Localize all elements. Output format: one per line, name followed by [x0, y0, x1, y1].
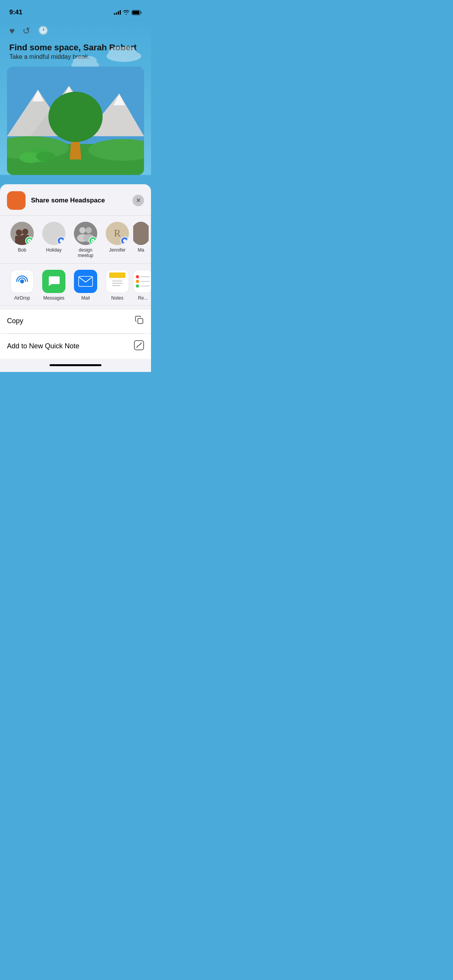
copy-action[interactable]: Copy [0, 309, 151, 334]
contact-design-meetup[interactable]: design meetup [70, 222, 101, 259]
contact-label-ma: Ma [138, 247, 144, 253]
contact-label-design: design meetup [72, 247, 99, 259]
contact-holiday[interactable]: Holiday [38, 222, 70, 259]
actions-section: Copy Add to New Quick Note [0, 309, 151, 359]
airdrop-icon-svg [15, 274, 29, 289]
airdrop-label: AirDrop [14, 295, 30, 301]
cloud-right [105, 43, 143, 62]
copy-icon [135, 315, 144, 327]
clock-icon[interactable]: 🕐 [38, 26, 48, 36]
app-messages[interactable]: Messages [38, 270, 70, 301]
svg-point-32 [79, 227, 86, 233]
contact-ma[interactable]: Ma [133, 222, 149, 259]
contact-label-bob: Bob [18, 247, 26, 253]
quick-note-label: Add to New Quick Note [7, 342, 79, 350]
status-bar: 9:41 [0, 0, 151, 19]
reminders-label: Re... [138, 295, 148, 301]
contact-bob[interactable]: Bob [6, 222, 38, 259]
notes-icon-svg [109, 272, 125, 290]
home-bar [50, 364, 101, 366]
whatsapp-badge-bob [25, 236, 34, 245]
svg-rect-42 [109, 272, 125, 278]
svg-point-33 [86, 227, 92, 233]
app-notes[interactable]: Notes [101, 270, 133, 301]
svg-point-30 [60, 239, 63, 242]
copy-label: Copy [7, 317, 23, 325]
svg-rect-1 [132, 11, 139, 14]
svg-rect-40 [79, 276, 93, 286]
notes-icon [106, 270, 129, 293]
battery-icon [132, 10, 142, 15]
contact-jennifer[interactable]: R Jennifer [101, 222, 133, 259]
mail-label: Mail [81, 295, 90, 301]
svg-rect-46 [138, 319, 143, 324]
notes-label: Notes [111, 295, 123, 301]
apps-row[interactable]: AirDrop Messages Mail [0, 264, 151, 306]
signal-icon [114, 10, 121, 15]
quick-note-action[interactable]: Add to New Quick Note [0, 334, 151, 359]
airdrop-icon [10, 270, 34, 293]
contact-avatar-bob [10, 222, 34, 245]
share-sheet: Share some Headspace ✕ [0, 184, 151, 372]
contact-label-jennifer: Jennifer [109, 247, 126, 253]
app-airdrop[interactable]: AirDrop [6, 270, 38, 301]
home-indicator [0, 359, 151, 372]
contacts-row[interactable]: Bob Holiday [0, 216, 151, 264]
mail-icon [74, 270, 97, 293]
signal-badge-holiday [57, 236, 65, 245]
messages-icon-svg [47, 274, 61, 288]
svg-point-23 [36, 152, 55, 161]
top-actions-bar: ♥ ↺ 🕐 [0, 19, 151, 39]
share-title: Share some Headspace [31, 197, 132, 204]
svg-point-36 [123, 239, 126, 242]
meditation-scene [7, 67, 144, 175]
contact-label-holiday: Holiday [46, 247, 62, 253]
quick-note-icon [134, 340, 144, 353]
signal-badge-jennifer [120, 236, 129, 245]
messages-icon [42, 270, 65, 293]
app-reminders[interactable]: Re... [133, 270, 151, 301]
svg-point-4 [119, 46, 136, 58]
svg-point-7 [83, 56, 97, 66]
status-time: 9:41 [9, 9, 22, 16]
svg-point-39 [21, 280, 23, 283]
ma-avatar-image [133, 222, 149, 245]
contact-avatar-holiday [42, 222, 65, 245]
illustration-card [7, 67, 144, 175]
heart-icon[interactable]: ♥ [9, 26, 15, 36]
reminders-icon [133, 270, 151, 293]
refresh-icon[interactable]: ↺ [22, 26, 30, 36]
whatsapp-badge-design [89, 236, 97, 245]
mail-icon-svg [78, 276, 93, 287]
svg-point-20 [48, 92, 103, 142]
headspace-app-icon [7, 191, 26, 210]
contact-avatar-ma [133, 222, 149, 245]
contact-avatar-jennifer: R [106, 222, 129, 245]
contact-avatar-design [74, 222, 97, 245]
app-mail[interactable]: Mail [70, 270, 101, 301]
share-close-button[interactable]: ✕ [132, 195, 144, 206]
wifi-icon [123, 10, 129, 15]
messages-label: Messages [43, 295, 65, 301]
share-header: Share some Headspace ✕ [0, 184, 151, 216]
svg-rect-37 [133, 222, 149, 245]
status-icons [114, 10, 142, 15]
